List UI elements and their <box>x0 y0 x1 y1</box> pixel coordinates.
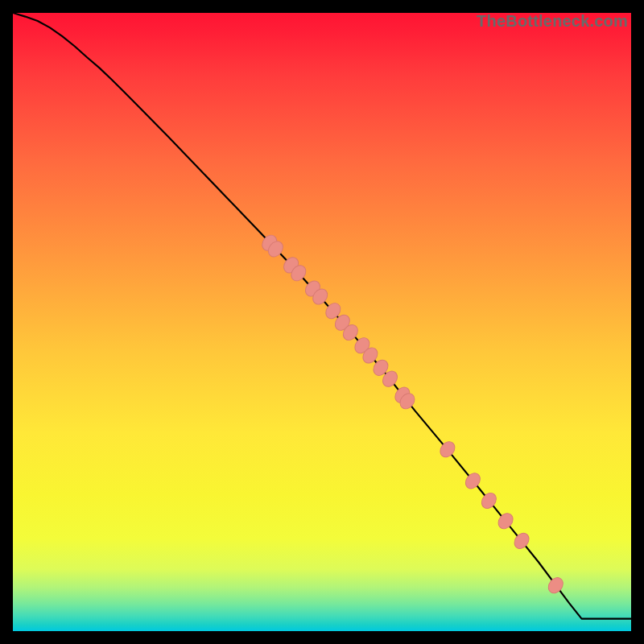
chart-stage: TheBottleneck.com <box>0 0 644 644</box>
data-point <box>323 300 343 321</box>
data-dots <box>259 233 566 597</box>
data-point <box>266 238 286 259</box>
watermark-text: TheBottleneck.com <box>477 12 628 31</box>
data-point <box>463 470 483 491</box>
data-point <box>495 510 515 531</box>
data-point <box>511 530 531 551</box>
data-point <box>397 390 417 411</box>
data-point <box>392 384 412 405</box>
data-point <box>437 439 457 460</box>
plot-area: TheBottleneck.com <box>13 13 631 631</box>
data-point <box>332 312 353 333</box>
data-point <box>281 254 301 275</box>
data-point <box>360 345 380 365</box>
data-point <box>546 575 566 596</box>
data-point <box>341 322 361 343</box>
data-point <box>259 233 279 254</box>
data-point <box>479 490 499 511</box>
data-point <box>303 278 323 299</box>
chart-overlay <box>13 13 631 631</box>
data-point <box>352 335 372 356</box>
data-point <box>288 262 308 283</box>
data-point <box>380 369 400 390</box>
curve-line <box>13 13 631 619</box>
data-point <box>310 286 330 307</box>
data-point <box>370 357 390 378</box>
